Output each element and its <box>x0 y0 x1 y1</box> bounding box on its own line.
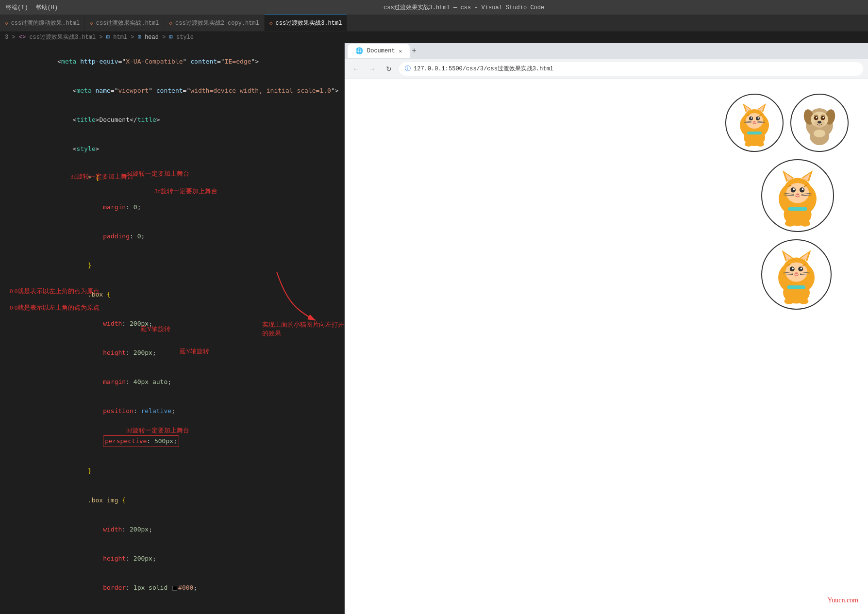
circles-row-1 <box>725 94 849 152</box>
watermark: Yuucn.com <box>828 597 858 604</box>
tab-icon-3: ◇ <box>269 20 273 26</box>
title-bar-title: css过渡效果实战3.html — css - Visual Studio Co… <box>66 3 862 12</box>
code-line: height: 200px; <box>0 544 344 573</box>
code-line-perspective: perspective: 500px; 3d旋转一定要加上舞台 <box>0 426 344 457</box>
code-line: <style> <box>0 134 344 164</box>
code-line: margin: 0; <box>0 193 344 222</box>
svg-point-55 <box>785 220 795 227</box>
code-line: .box { <box>0 280 344 309</box>
svg-point-78 <box>799 298 809 304</box>
browser-tab-close[interactable]: ✕ <box>399 48 402 54</box>
code-line: } <box>0 251 344 280</box>
code-line: } <box>0 457 344 486</box>
code-line: <meta name="viewport" content="width=dev… <box>0 76 344 105</box>
svg-point-44 <box>793 188 795 190</box>
svg-point-9 <box>751 117 752 119</box>
svg-point-66 <box>792 267 794 269</box>
browser-new-tab-button[interactable]: + <box>412 47 417 55</box>
svg-point-21 <box>756 142 764 147</box>
tab-3[interactable]: ◇ css过渡效果实战3.html <box>265 15 347 31</box>
tab-label-2: css过渡效果实战2 copy.html <box>175 19 259 27</box>
svg-point-68 <box>795 272 798 274</box>
tab-icon-2: ◇ <box>169 20 172 26</box>
cat-svg-1 <box>730 99 779 147</box>
title-bar-menu[interactable]: 终端(T) 帮助(H) <box>6 3 58 12</box>
code-line: margin: 40px auto; <box>0 367 344 397</box>
preview-content: Yuucn.com <box>345 79 868 614</box>
svg-point-67 <box>801 267 802 269</box>
dog-circle-1 <box>790 94 849 152</box>
tab-1[interactable]: ◇ css过渡效果实战.html <box>85 15 164 31</box>
menu-help[interactable]: 帮助(H) <box>36 3 58 12</box>
browser-tab[interactable]: 🌐 Document ✕ <box>348 44 410 58</box>
globe-icon: 🌐 <box>355 47 363 55</box>
color-swatch-black <box>172 586 177 591</box>
svg-rect-19 <box>747 132 762 134</box>
cat-circle-2 <box>761 159 834 232</box>
tab-0[interactable]: ◇ css过渡的缓动效果.html <box>0 15 85 31</box>
browser-tab-bar: 🌐 Document ✕ + <box>345 43 868 59</box>
back-button[interactable]: ← <box>350 63 362 75</box>
tab-2[interactable]: ◇ css过渡效果实战2 copy.html <box>164 15 264 31</box>
forward-button[interactable]: → <box>366 63 379 75</box>
svg-point-77 <box>785 298 794 304</box>
code-line: border: 1px solid #000; <box>0 573 344 602</box>
menu-terminal[interactable]: 终端(T) <box>6 3 28 12</box>
code-line: width: 200px; <box>0 515 344 544</box>
svg-point-34 <box>814 130 825 137</box>
main-layout: <meta http-equiv="X-UA-Compatible" conte… <box>0 43 868 614</box>
refresh-button[interactable]: ↻ <box>383 63 395 75</box>
dog-svg-1 <box>795 99 844 147</box>
annotation-perspective: 3d旋转一定要加上舞台 <box>126 426 189 435</box>
svg-point-30 <box>816 117 818 118</box>
svg-point-45 <box>801 188 803 190</box>
breadcrumb: 3 > <> css过渡效果实战3.html > ⊞ html > ⊞ head… <box>0 32 868 43</box>
address-bar-url: 127.0.0.1:5500/css/3/css过渡效果实战3.html <box>414 65 553 73</box>
browser-nav-bar: ← → ↻ ⓘ 127.0.0.1:5500/css/3/css过渡效果实战3.… <box>345 59 868 79</box>
svg-rect-76 <box>787 285 806 289</box>
browser-tab-label: Document <box>367 48 395 54</box>
cat-svg-3 <box>766 244 827 305</box>
cat-circle-3 <box>761 239 832 310</box>
svg-point-10 <box>758 117 759 119</box>
code-line: width: 200px; <box>0 309 344 338</box>
code-line: <title>Document</title> <box>0 105 344 134</box>
code-line: .box img { <box>0 486 344 515</box>
address-bar[interactable]: ⓘ 127.0.0.1:5500/css/3/css过渡效果实战3.html <box>399 62 863 76</box>
tab-label-1: css过渡效果实战.html <box>96 19 159 27</box>
code-line: height: 200px; <box>0 338 344 367</box>
code-line: * { <box>0 164 344 193</box>
cat-svg-2 <box>766 164 829 227</box>
code-editor[interactable]: <meta http-equiv="X-UA-Compatible" conte… <box>0 43 345 614</box>
lock-icon: ⓘ <box>405 65 411 73</box>
tab-icon-0: ◇ <box>5 20 8 26</box>
code-line: padding: 0; <box>0 222 344 251</box>
tab-label-0: css过渡的缓动效果.html <box>11 19 80 27</box>
svg-rect-54 <box>788 207 807 211</box>
preview-wrapper: 🌐 Document ✕ + ← → ↻ ⓘ 127.0.0.1:5500/cs… <box>345 43 868 614</box>
svg-point-56 <box>800 220 810 227</box>
code-line: <meta http-equiv="X-UA-Compatible" conte… <box>0 47 344 76</box>
svg-point-32 <box>818 121 821 124</box>
svg-point-46 <box>796 193 800 195</box>
svg-point-11 <box>753 121 756 123</box>
cat-circle-1 <box>725 94 784 152</box>
tab-icon-1: ◇ <box>90 20 93 26</box>
code-line: position: relative; <box>0 397 344 426</box>
circles-row-3 <box>761 239 832 310</box>
breadcrumb-text: 3 > <> css过渡效果实战3.html > ⊞ html > ⊞ head… <box>5 33 194 41</box>
svg-point-31 <box>823 117 824 118</box>
circles-row-2 <box>761 159 834 232</box>
tab-label-3: css过渡效果实战3.html <box>276 19 342 27</box>
svg-point-27 <box>814 120 825 128</box>
svg-point-20 <box>745 142 752 147</box>
title-bar: 终端(T) 帮助(H) css过渡效果实战3.html — css - Visu… <box>0 0 868 15</box>
code-line: border-radius: 100%; <box>0 602 344 614</box>
tab-bar: ◇ css过渡的缓动效果.html ◇ css过渡效果实战.html ◇ css… <box>0 15 868 32</box>
